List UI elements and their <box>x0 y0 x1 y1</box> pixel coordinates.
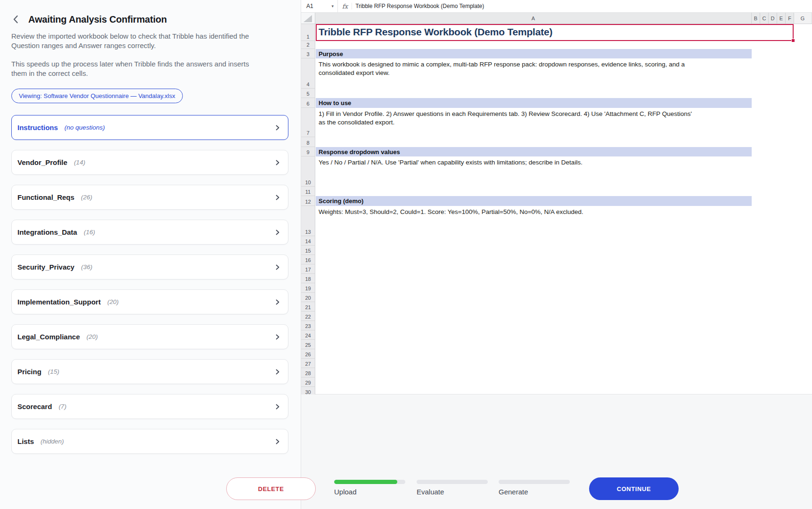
row-header[interactable]: 14 <box>301 236 315 246</box>
row-header[interactable]: 5 <box>301 89 315 98</box>
row-header[interactable]: 18 <box>301 274 315 283</box>
sheet-section-name: Integrations_Data <box>17 228 77 236</box>
progress-step-label: Evaluate <box>417 488 488 496</box>
column-header-c[interactable]: C <box>760 13 769 24</box>
formula-bar: A1 ▾ fx Tribble RFP Response Workbook (D… <box>301 0 812 13</box>
cells-area[interactable]: Tribble RFP Response Workbook (Demo Temp… <box>316 24 812 394</box>
sheet-section-count: (20) <box>87 333 98 340</box>
page-title: Awaiting Analysis Confirmation <box>28 14 167 25</box>
sheet-section-count: (15) <box>48 368 59 375</box>
progress-track <box>417 480 488 484</box>
sheet-section-name: Legal_Compliance <box>17 333 80 341</box>
row-header[interactable]: 1 <box>301 24 315 41</box>
column-header-b[interactable]: B <box>752 13 760 24</box>
row-header[interactable]: 2 <box>301 41 315 49</box>
back-button[interactable] <box>9 13 23 26</box>
delete-button[interactable]: DELETE <box>226 477 316 500</box>
row-header[interactable]: 4 <box>301 58 315 89</box>
sheet-section-name: Instructions <box>17 123 58 131</box>
row-header[interactable]: 12 <box>301 196 315 206</box>
sheet-section-count: (14) <box>74 159 85 166</box>
chevron-right-icon <box>274 368 281 376</box>
row-header[interactable]: 13 <box>301 206 315 236</box>
sheet-section-count: (36) <box>81 263 92 271</box>
section-body-cell[interactable]: This workbook is designed to mimic a com… <box>319 60 685 77</box>
row-header[interactable]: 26 <box>301 349 315 359</box>
chevron-right-icon <box>274 298 281 306</box>
row-header[interactable]: 6 <box>301 98 315 108</box>
row-header[interactable]: 16 <box>301 255 315 264</box>
row-header[interactable]: 9 <box>301 147 315 156</box>
row-header[interactable]: 20 <box>301 293 315 302</box>
sheet-section-count: (no questions) <box>65 124 105 131</box>
section-body-cell[interactable]: Yes / No / Partial / N/A. Use 'Partial' … <box>319 158 582 167</box>
row-header[interactable]: 25 <box>301 340 315 349</box>
progress-track <box>334 480 405 484</box>
spreadsheet-panel: A1 ▾ fx Tribble RFP Response Workbook (D… <box>301 0 812 509</box>
row-header[interactable]: 27 <box>301 359 315 368</box>
section-header-cell[interactable]: Response dropdown values <box>316 147 752 156</box>
row-header[interactable]: 3 <box>301 49 315 58</box>
column-header-f[interactable]: F <box>786 13 794 24</box>
row-header[interactable]: 19 <box>301 283 315 293</box>
select-all-triangle-icon <box>303 15 312 22</box>
select-all-corner[interactable] <box>301 13 315 24</box>
row-header[interactable]: 30 <box>301 387 315 394</box>
sheet-section-name: Scorecard <box>17 402 52 410</box>
sheet-section-card[interactable]: Scorecard (7) <box>11 394 288 419</box>
formula-input[interactable]: Tribble RFP Response Workbook (Demo Temp… <box>352 3 484 9</box>
sheet-section-card[interactable]: Implementation_Support (20) <box>11 289 288 314</box>
sheet-section-name: Functional_Reqs <box>17 193 74 201</box>
row-header[interactable]: 10 <box>301 156 315 187</box>
row-header[interactable]: 8 <box>301 137 315 147</box>
row-header[interactable]: 24 <box>301 330 315 340</box>
column-header-e[interactable]: E <box>777 13 786 24</box>
app: Awaiting Analysis Confirmation Review th… <box>0 0 812 509</box>
fx-icon: fx <box>338 3 352 10</box>
continue-button[interactable]: CONTINUE <box>589 477 679 500</box>
row-header-rail: 1234567891011121314151617181920212223242… <box>301 24 315 394</box>
chevron-right-icon <box>274 333 281 341</box>
left-panel: Awaiting Analysis Confirmation Review th… <box>0 0 301 509</box>
chevron-right-icon <box>274 159 281 166</box>
section-header-cell[interactable]: Scoring (demo) <box>316 196 752 206</box>
sheet-section-card[interactable]: Vendor_Profile (14) <box>11 150 288 175</box>
row-header[interactable]: 23 <box>301 321 315 330</box>
chevron-right-icon <box>274 124 281 131</box>
column-header-d[interactable]: D <box>769 13 777 24</box>
row-header[interactable]: 21 <box>301 302 315 312</box>
sheet-section-card[interactable]: Integrations_Data (16) <box>11 220 288 245</box>
row-header[interactable]: 11 <box>301 187 315 196</box>
sheet-section-card[interactable]: Security_Privacy (36) <box>11 254 288 279</box>
section-body-cell[interactable]: 1) Fill in Vendor Profile. 2) Answer que… <box>319 110 692 126</box>
column-header-g[interactable]: G <box>794 13 811 24</box>
sheet-section-count: (26) <box>81 194 92 201</box>
row-header[interactable]: 17 <box>301 264 315 274</box>
sheet-section-count: (7) <box>58 403 66 410</box>
section-header-cell[interactable]: How to use <box>316 98 752 108</box>
sheet-section-name: Vendor_Profile <box>17 158 67 166</box>
row-header[interactable]: 29 <box>301 378 315 387</box>
namebox-dropdown-icon[interactable]: ▾ <box>331 4 334 8</box>
row-header[interactable]: 22 <box>301 312 315 321</box>
description-paragraph-2: This speeds up the process later when Tr… <box>11 59 282 78</box>
row-header[interactable]: 7 <box>301 108 315 137</box>
progress-step: Evaluate <box>417 480 488 496</box>
sheet-section-card[interactable]: Functional_Reqs (26) <box>11 185 288 210</box>
sheet-section-card[interactable]: Pricing (15) <box>11 359 288 384</box>
sheet-section-card[interactable]: Legal_Compliance (20) <box>11 324 288 349</box>
fill-handle[interactable] <box>791 39 795 42</box>
sheet-section-count: (hidden) <box>41 438 64 445</box>
column-header-a[interactable]: A <box>315 13 752 24</box>
sheet-section-card[interactable]: Instructions (no questions) <box>11 115 288 140</box>
section-body-cell[interactable]: Weights: Must=3, Should=2, Could=1. Scor… <box>319 208 583 216</box>
sheet-section-card[interactable]: Lists (hidden) <box>11 429 288 454</box>
cell-reference-box[interactable]: A1 ▾ <box>301 0 338 12</box>
section-header-cell[interactable]: Purpose <box>316 49 752 58</box>
sheet-section-name: Implementation_Support <box>17 298 101 306</box>
chevron-right-icon <box>274 194 281 201</box>
row-header[interactable]: 15 <box>301 246 315 255</box>
progress-fill <box>334 480 397 484</box>
row-header[interactable]: 28 <box>301 368 315 378</box>
sheet-section-name: Pricing <box>17 368 41 376</box>
